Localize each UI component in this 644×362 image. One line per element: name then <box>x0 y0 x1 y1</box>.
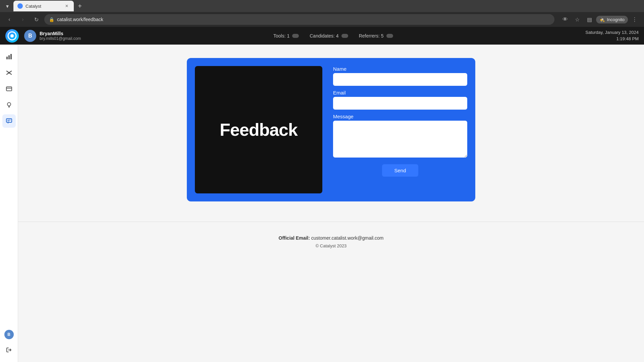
back-button[interactable]: ‹ <box>4 14 15 25</box>
tab-title: Catalyst <box>25 4 61 9</box>
candidates-icon <box>341 34 348 38</box>
tab-close-icon[interactable]: ✕ <box>64 3 70 9</box>
feedback-form-panel: Name Email Message Send <box>330 58 475 201</box>
tools-stat: Tools: 1 <box>273 33 299 39</box>
time-text: 1:19:48 PM <box>585 36 639 42</box>
new-tab-button[interactable]: + <box>75 1 85 11</box>
datetime: Saturday, January 13, 2024 1:19:48 PM <box>585 29 639 42</box>
incognito-icon: 🕵 <box>599 17 605 22</box>
svg-point-10 <box>7 103 11 106</box>
active-tab[interactable]: Catalyst ✕ <box>13 1 74 11</box>
feedback-title: Feedback <box>220 120 298 140</box>
footer: Official Email: customer.catalist.work@g… <box>18 222 644 255</box>
candidates-label: Candidates: 4 <box>310 33 338 39</box>
app-logo <box>5 29 19 43</box>
svg-rect-14 <box>6 119 12 122</box>
email-input[interactable] <box>333 97 467 110</box>
incognito-label: Incognito <box>607 17 625 22</box>
sidebar-logout-icon[interactable] <box>2 343 16 357</box>
forward-button[interactable]: › <box>17 14 28 25</box>
message-textarea[interactable] <box>333 121 467 158</box>
email-label: Email <box>333 90 467 96</box>
tools-icon <box>292 34 299 38</box>
name-input[interactable] <box>333 73 467 86</box>
avatar: B <box>24 30 36 42</box>
address-text: catalist.work/feedback <box>57 17 550 22</box>
svg-point-1 <box>10 34 14 38</box>
sidebar-item-ideas[interactable] <box>2 98 16 112</box>
name-label: Name <box>333 66 467 72</box>
sidebar-toggle-icon[interactable]: ▤ <box>584 14 595 25</box>
eye-slash-icon: 👁 <box>560 14 571 25</box>
svg-rect-4 <box>10 54 12 59</box>
candidates-stat: Candidates: 4 <box>310 33 348 39</box>
feedback-card: Feedback Name Email Message <box>187 58 475 201</box>
star-icon[interactable]: ☆ <box>572 14 583 25</box>
address-bar[interactable]: 🔒 catalist.work/feedback <box>44 14 554 25</box>
svg-rect-2 <box>6 57 8 59</box>
referrers-label: Referrers: 5 <box>359 33 384 39</box>
sidebar-item-feedback[interactable] <box>2 114 16 128</box>
user-name: BryanMills <box>40 31 81 36</box>
referrers-icon <box>386 34 393 38</box>
copyright-text: © Catalyst 2023 <box>316 243 347 248</box>
referrers-stat: Referrers: 5 <box>359 33 393 39</box>
user-email: bry.mills01@gmail.com <box>40 36 81 41</box>
sidebar-item-analytics[interactable] <box>2 50 16 63</box>
more-options-icon[interactable]: ⋮ <box>629 14 640 25</box>
tools-label: Tools: 1 <box>273 33 289 39</box>
svg-rect-3 <box>8 55 10 59</box>
official-email-value: customer.catalist.work@gmail.com <box>311 235 384 241</box>
lock-icon: 🔒 <box>49 17 54 22</box>
official-email-label: Official Email: <box>279 235 310 241</box>
message-label: Message <box>333 114 467 119</box>
svg-point-7 <box>8 72 10 74</box>
date-text: Saturday, January 13, 2024 <box>585 29 639 36</box>
sidebar-item-billing[interactable] <box>2 82 16 96</box>
sidebar-user-avatar[interactable]: B <box>4 330 14 339</box>
reload-button[interactable]: ↻ <box>31 14 42 25</box>
tab-dropdown-button[interactable]: ▾ <box>3 1 12 11</box>
tab-favicon <box>17 3 23 9</box>
svg-rect-8 <box>6 87 12 91</box>
send-button[interactable]: Send <box>382 164 418 177</box>
sidebar-item-tools[interactable] <box>2 66 16 79</box>
incognito-badge: 🕵 Incognito <box>596 16 628 23</box>
official-email-line: Official Email: customer.catalist.work@g… <box>279 235 384 241</box>
feedback-image-panel: Feedback <box>195 66 322 193</box>
